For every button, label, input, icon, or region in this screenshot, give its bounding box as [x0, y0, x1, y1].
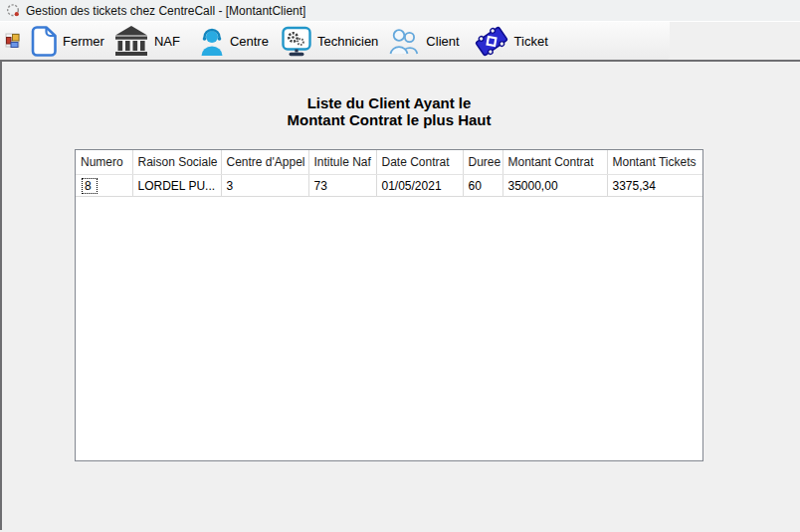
title-bar: Gestion des tickets chez CentreCall - [M… [0, 0, 800, 22]
cell-date-contrat[interactable]: 01/05/2021 [376, 175, 463, 197]
application-window: { "window": { "title": "Gestion des tick… [0, 0, 800, 532]
colored-squares-icon[interactable] [5, 33, 21, 49]
column-header-montant-tickets[interactable]: Montant Tickets [607, 150, 703, 175]
monitor-gears-icon [282, 26, 311, 57]
toolstrip: Fermer NAF Centre [0, 22, 670, 60]
cell-intitule-naf[interactable]: 73 [308, 175, 376, 197]
cell-numero[interactable]: 8 [76, 175, 132, 197]
toolbar: Fermer NAF Centre [0, 22, 800, 61]
ticket-label: Ticket [514, 34, 548, 49]
column-header-numero[interactable]: Numero [76, 150, 132, 175]
focused-cell-value[interactable]: 8 [82, 178, 98, 194]
header-row: Numero Raison Sociale Centre d'Appel Int… [76, 150, 703, 175]
client-button[interactable]: Client [384, 24, 464, 59]
column-header-intitule-naf[interactable]: Intitule Naf [308, 150, 376, 175]
naf-button[interactable]: NAF [109, 22, 185, 60]
page-title-line2: Montant Contrat le plus Haut [75, 111, 703, 128]
ticket-icon [475, 25, 508, 58]
cell-montant-contrat[interactable]: 35000,00 [502, 175, 607, 197]
naf-label: NAF [154, 34, 180, 49]
technicien-button[interactable]: Technicien [277, 22, 383, 61]
client-label: Client [426, 34, 459, 49]
cell-montant-tickets[interactable]: 3375,34 [607, 175, 703, 197]
datagrid-table: Numero Raison Sociale Centre d'Appel Int… [76, 150, 703, 197]
document-icon [31, 26, 57, 57]
report-zone: Liste du Client Ayant le Montant Contrat… [75, 94, 703, 461]
centre-button[interactable]: Centre [195, 23, 274, 60]
ticket-button[interactable]: Ticket [470, 21, 553, 62]
fermer-button[interactable]: Fermer [26, 22, 109, 61]
column-header-duree[interactable]: Duree [463, 150, 502, 175]
table-row: 8 LORDEL PU... 3 73 01/05/2021 60 35000,… [76, 175, 703, 197]
bank-building-icon [114, 26, 148, 56]
support-agent-icon [200, 27, 224, 56]
fermer-label: Fermer [63, 34, 104, 49]
datagrid: Numero Raison Sociale Centre d'Appel Int… [75, 149, 703, 461]
page-title: Liste du Client Ayant le Montant Contrat… [75, 94, 703, 128]
page-title-line1: Liste du Client Ayant le [75, 94, 703, 111]
mdi-client-area: Liste du Client Ayant le Montant Contrat… [0, 62, 800, 530]
cell-duree[interactable]: 60 [463, 175, 502, 197]
window-title: Gestion des tickets chez CentreCall - [M… [26, 4, 305, 18]
centre-label: Centre [230, 34, 269, 49]
column-header-date-contrat[interactable]: Date Contrat [376, 150, 463, 175]
technicien-label: Technicien [317, 34, 378, 49]
column-header-raison-sociale[interactable]: Raison Sociale [132, 150, 221, 175]
column-header-montant-contrat[interactable]: Montant Contrat [502, 150, 607, 175]
cell-centre-appel[interactable]: 3 [221, 175, 308, 197]
app-window-icon[interactable] [6, 3, 21, 18]
column-header-centre-appel[interactable]: Centre d'Appel [221, 150, 308, 175]
users-icon [389, 28, 420, 55]
cell-raison-sociale[interactable]: LORDEL PU... [132, 175, 221, 197]
